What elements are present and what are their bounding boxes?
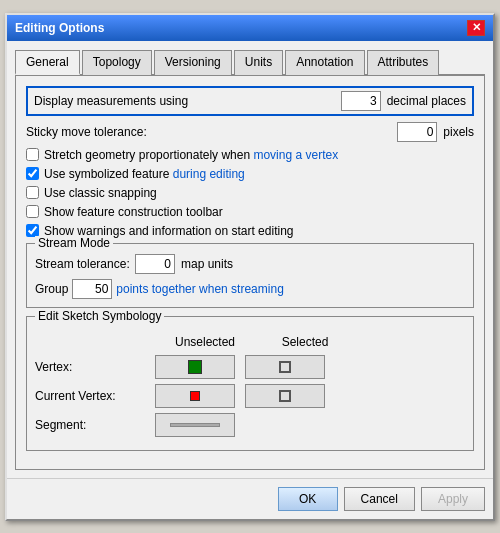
- vertex-label: Vertex:: [35, 360, 155, 374]
- pixels-label: pixels: [443, 125, 474, 139]
- cancel-button[interactable]: Cancel: [344, 487, 415, 511]
- editing-options-window: Editing Options ✕ General Topology Versi…: [5, 13, 495, 521]
- checkbox-symbolized-label: Use symbolized feature during editing: [44, 167, 245, 181]
- display-measurements-label: Display measurements using: [34, 94, 341, 108]
- stream-mode-group: Stream Mode Stream tolerance: map units …: [26, 243, 474, 308]
- tab-units[interactable]: Units: [234, 50, 283, 75]
- sketch-symbology-title: Edit Sketch Symbology: [35, 309, 164, 323]
- segment-unselected-icon: [170, 423, 220, 427]
- vertex-selected-btn[interactable]: [245, 355, 325, 379]
- tab-bar: General Topology Versioning Units Annota…: [15, 49, 485, 76]
- vertex-row: Vertex:: [35, 355, 465, 379]
- close-button[interactable]: ✕: [467, 20, 485, 36]
- checkbox-toolbar-input[interactable]: [26, 205, 39, 218]
- sticky-move-row: Sticky move tolerance: pixels: [26, 122, 474, 142]
- sketch-header: Unselected Selected: [35, 335, 465, 349]
- stream-tolerance-label: Stream tolerance:: [35, 257, 135, 271]
- current-vertex-selected-btn[interactable]: [245, 384, 325, 408]
- display-measurements-row: Display measurements using decimal place…: [26, 86, 474, 116]
- decimal-places-label: decimal places: [387, 94, 466, 108]
- unselected-col-label: Unselected: [155, 335, 255, 349]
- tab-general[interactable]: General: [15, 50, 80, 75]
- checkbox-stretch-label: Stretch geometry proportionately when mo…: [44, 148, 338, 162]
- stream-group-row: Group points together when streaming: [35, 279, 465, 299]
- checkbox-symbolized-input[interactable]: [26, 167, 39, 180]
- current-vertex-unselected-icon: [190, 391, 200, 401]
- tab-topology[interactable]: Topology: [82, 50, 152, 75]
- ok-button[interactable]: OK: [278, 487, 338, 511]
- checkbox-snapping: Use classic snapping: [26, 186, 474, 200]
- vertex-unselected-btn[interactable]: [155, 355, 235, 379]
- segment-row: Segment:: [35, 413, 465, 437]
- current-vertex-row: Current Vertex:: [35, 384, 465, 408]
- stream-tolerance-input[interactable]: [135, 254, 175, 274]
- selected-col-label: Selected: [255, 335, 355, 349]
- sticky-move-input[interactable]: [397, 122, 437, 142]
- checkbox-toolbar: Show feature construction toolbar: [26, 205, 474, 219]
- segment-label: Segment:: [35, 418, 155, 432]
- content-area: General Topology Versioning Units Annota…: [7, 41, 493, 478]
- decimal-places-input[interactable]: [341, 91, 381, 111]
- checkbox-toolbar-label: Show feature construction toolbar: [44, 205, 223, 219]
- sketch-symbology-group: Edit Sketch Symbology Unselected Selecte…: [26, 316, 474, 451]
- vertex-unselected-icon: [188, 360, 202, 374]
- stream-mode-title: Stream Mode: [35, 236, 113, 250]
- button-bar: OK Cancel Apply: [7, 478, 493, 519]
- group-suffix: points together when streaming: [116, 282, 283, 296]
- group-word: Group: [35, 282, 68, 296]
- checkbox-stretch-input[interactable]: [26, 148, 39, 161]
- sketch-grid: Unselected Selected Vertex:: [35, 335, 465, 437]
- title-bar: Editing Options ✕: [7, 15, 493, 41]
- stream-tolerance-row: Stream tolerance: map units: [35, 254, 465, 274]
- checkbox-snapping-label: Use classic snapping: [44, 186, 157, 200]
- vertex-selected-icon: [279, 361, 291, 373]
- map-units-label: map units: [181, 257, 233, 271]
- apply-button[interactable]: Apply: [421, 487, 485, 511]
- tab-annotation[interactable]: Annotation: [285, 50, 364, 75]
- window-title: Editing Options: [15, 21, 104, 35]
- current-vertex-label: Current Vertex:: [35, 389, 155, 403]
- tab-content-general: Display measurements using decimal place…: [15, 76, 485, 470]
- sticky-move-label: Sticky move tolerance:: [26, 125, 397, 139]
- checkbox-snapping-input[interactable]: [26, 186, 39, 199]
- tab-attributes[interactable]: Attributes: [367, 50, 440, 75]
- group-value-input[interactable]: [72, 279, 112, 299]
- checkbox-symbolized: Use symbolized feature during editing: [26, 167, 474, 181]
- current-vertex-selected-icon: [279, 390, 291, 402]
- checkbox-stretch: Stretch geometry proportionately when mo…: [26, 148, 474, 162]
- tab-versioning[interactable]: Versioning: [154, 50, 232, 75]
- segment-unselected-btn[interactable]: [155, 413, 235, 437]
- current-vertex-unselected-btn[interactable]: [155, 384, 235, 408]
